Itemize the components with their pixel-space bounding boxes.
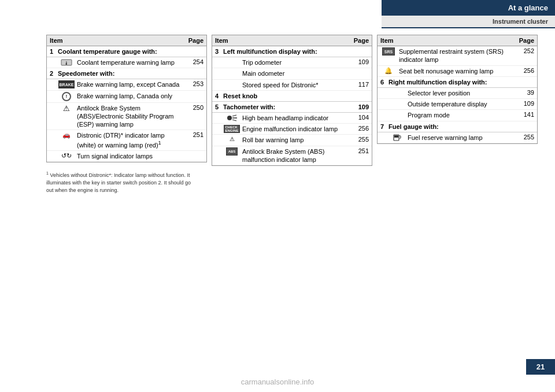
warning-triangle-icon: ⚠ xyxy=(58,104,75,113)
row-high-beam: High beam headlamp indicator 104 xyxy=(212,113,372,124)
section-5-header: 5 Tachometer with: 109 xyxy=(212,102,372,113)
footnote-text: Vehicles without Distronic*: Indicator l… xyxy=(46,172,191,193)
col3-header-item: Item xyxy=(380,37,511,44)
section-3-header: 3 Left multifunction display with: xyxy=(212,46,372,57)
turn-signal-icon: ↺↻ xyxy=(58,152,75,160)
car-icon: 🚗 xyxy=(58,131,75,139)
engine-check-icon: CHECKENGINE xyxy=(224,125,240,133)
section-2-header: 2 Speedometer with: xyxy=(47,68,206,79)
section-1-header: 1 Coolant temperature gauge with: xyxy=(47,46,206,57)
rollbar-icon: ⚠ xyxy=(224,136,240,142)
seatbelt-icon: 🔔 xyxy=(380,67,397,75)
col3-body: SRS Supplemental restraint system (SRS) … xyxy=(378,46,537,143)
col1-body: 1 Coolant temperature gauge with: 🌡 Cool… xyxy=(47,46,206,162)
svg-line-4 xyxy=(232,115,236,116)
col1-header-page: Page xyxy=(180,37,204,44)
row-abs-indicator: ABS Antilock Brake System (ABS) malfunct… xyxy=(212,146,372,166)
table-col-2: Item Page 3 Left multifunction display w… xyxy=(212,35,372,166)
row-engine-malfunction: CHECKENGINE Engine malfunction indicator… xyxy=(212,124,372,135)
coolant-temp-text: Coolant temperature warning lamp xyxy=(77,58,183,66)
svg-point-2 xyxy=(227,116,232,120)
section-6-header: 6 Right multifunction display with: xyxy=(378,77,537,88)
row-brake-canada: ! Brake warning lamp, Canada only xyxy=(47,91,206,103)
tables-row: Item Page 1 Coolant temperature gauge wi… xyxy=(46,35,538,166)
section-4-header: 4 Reset knob xyxy=(212,91,372,102)
row-selector-lever: Selector lever position 39 xyxy=(378,88,537,99)
high-beam-icon xyxy=(224,114,240,122)
row-srs: SRS Supplemental restraint system (SRS) … xyxy=(378,46,537,66)
header-section: At a glance Instrument cluster xyxy=(382,0,555,28)
svg-text:🌡: 🌡 xyxy=(64,61,69,66)
table-col-3: Item Page SRS Supplemental restraint sys… xyxy=(377,35,538,144)
col1-header-item: Item xyxy=(50,37,180,44)
abs-indicator-icon: ABS xyxy=(224,147,240,156)
col1-header: Item Page xyxy=(47,35,206,46)
brake-circle-icon: ! xyxy=(58,92,75,101)
coolant-temp-page: 254 xyxy=(183,58,204,65)
row-trip-odometer: Trip odometer 109 xyxy=(212,57,372,68)
row-main-odometer: Main odometer xyxy=(212,68,372,79)
row-stored-speed: Stored speed for Distronic* 117 xyxy=(212,80,372,91)
section-7-header: 7 Fuel gauge with: xyxy=(378,121,537,132)
col2-header-item: Item xyxy=(215,37,346,44)
header-title: At a glance xyxy=(382,0,555,16)
row-seatbelt: 🔔 Seat belt nonusage warning lamp 256 xyxy=(378,66,537,77)
svg-rect-7 xyxy=(394,135,398,138)
fuel-icon xyxy=(389,134,405,142)
footnote-sup: 1 xyxy=(46,171,49,175)
row-fuel-reserve: Fuel reserve warning lamp 255 xyxy=(378,132,537,143)
col2-header-page: Page xyxy=(346,37,369,44)
row-outside-temp: Outside temperature display 109 xyxy=(378,99,537,110)
brake-icon: BRAKE xyxy=(58,80,75,88)
row-coolant-temp: 🌡 Coolant temperature warning lamp 254 xyxy=(47,57,206,68)
row-program-mode: Program mode 141 xyxy=(378,110,537,121)
col3-header: Item Page xyxy=(378,35,537,46)
watermark: carmanualsonline.info xyxy=(241,378,314,386)
col3-header-page: Page xyxy=(511,37,534,44)
footnote: 1 Vehicles without Distronic*: Indicator… xyxy=(46,171,197,194)
col2-header: Item Page xyxy=(212,35,372,46)
table-col-1: Item Page 1 Coolant temperature gauge wi… xyxy=(46,35,207,162)
svg-line-5 xyxy=(232,120,236,121)
header-subtitle: Instrument cluster xyxy=(382,16,555,28)
row-brake-except-canada: BRAKE Brake warning lamp, except Canada … xyxy=(47,79,206,90)
coolant-icon: 🌡 xyxy=(58,58,75,66)
srs-icon: SRS xyxy=(380,47,397,56)
main-content: Item Page 1 Coolant temperature gauge wi… xyxy=(46,35,538,346)
col2-body: 3 Left multifunction display with: Trip … xyxy=(212,46,372,165)
row-distronic: 🚗 Distronic (DTR)* indicator lamp (white… xyxy=(47,130,206,150)
page-number: 21 xyxy=(526,359,555,375)
row-rollbar: ⚠ Roll bar warning lamp 255 xyxy=(212,135,372,146)
row-turn-signal: ↺↻ Turn signal indicator lamps xyxy=(47,151,206,162)
row-abs-esp: ⚠ Antilock Brake System (ABS)/Electronic… xyxy=(47,103,206,131)
